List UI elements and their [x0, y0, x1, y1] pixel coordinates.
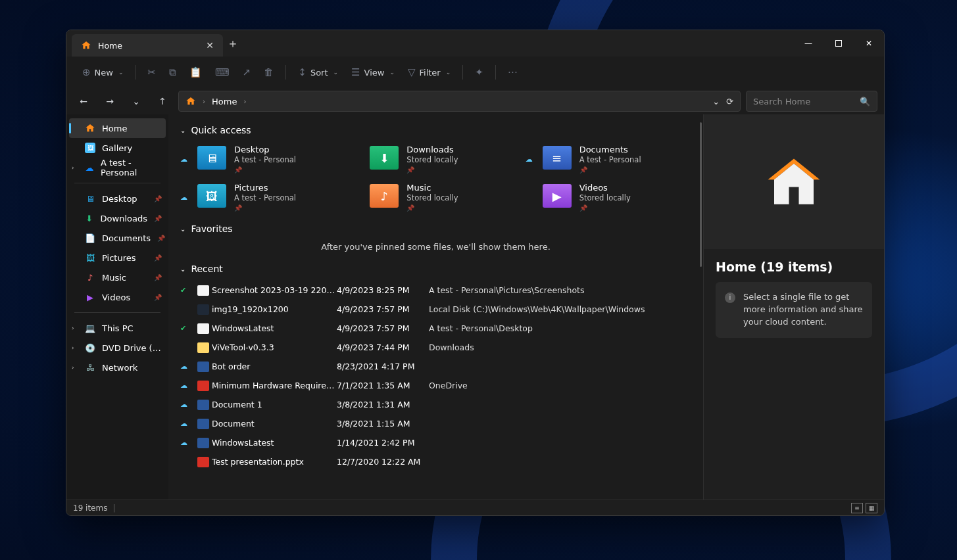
- chevron-right-icon: ›: [203, 98, 205, 105]
- share-button[interactable]: ↗: [237, 61, 257, 83]
- quick-access-item[interactable]: ♪MusicStored locally📌: [353, 180, 518, 214]
- expand-icon[interactable]: ›: [72, 325, 74, 331]
- section-recent[interactable]: ⌄Recent: [180, 264, 691, 274]
- recent-item[interactable]: ☁Minimum Hardware Requirements fo...7/1/…: [180, 376, 691, 395]
- sidebar-item-onedrive[interactable]: › ☁ A test - Personal: [66, 158, 168, 177]
- quick-access-item[interactable]: ☁🖼PicturesA test - Personal📌: [180, 180, 346, 214]
- sidebar-item-pictures[interactable]: 🖼Pictures📌: [66, 248, 168, 268]
- tiles-view-button[interactable]: ▦: [866, 503, 877, 513]
- recent-item[interactable]: ✔WindowsLatest4/9/2023 7:57 PMA test - P…: [180, 319, 691, 338]
- tab-home[interactable]: Home ✕: [72, 34, 223, 57]
- tab-close[interactable]: ✕: [206, 40, 214, 51]
- file-icon: [197, 381, 209, 391]
- pin-icon: 📌: [579, 166, 641, 174]
- file-icon: [197, 419, 209, 429]
- paste-button[interactable]: 📋: [184, 61, 207, 83]
- statusbar: 19 items | ≡ ▦: [66, 500, 884, 515]
- details-view-button[interactable]: ≡: [851, 503, 863, 513]
- delete-button[interactable]: 🗑: [258, 61, 279, 83]
- plus-circle-icon: ⊕: [82, 66, 91, 78]
- recent-item[interactable]: ✔Screenshot 2023-03-19 2200054/9/2023 8:…: [180, 281, 691, 300]
- ai-button[interactable]: ✦: [470, 61, 489, 83]
- body: Home 🖼 Gallery › ☁ A test - Personal 🖥De…: [66, 114, 884, 500]
- quick-access-item[interactable]: ⬇DownloadsStored locally📌: [353, 142, 518, 176]
- quick-access-item[interactable]: ☁🖥DesktopA test - Personal📌: [180, 142, 346, 176]
- folder-icon: 🖥: [197, 146, 226, 170]
- file-name: Minimum Hardware Requirements fo...: [212, 381, 337, 390]
- search-placeholder: Search Home: [753, 97, 810, 106]
- main: ⌄Quick access ☁🖥DesktopA test - Personal…: [168, 114, 884, 500]
- cut-button[interactable]: ✂: [142, 61, 161, 83]
- sidebar-item-videos[interactable]: ▶Videos📌: [66, 287, 168, 307]
- rename-icon: ⌨: [215, 66, 230, 78]
- section-quick-access[interactable]: ⌄Quick access: [180, 125, 691, 135]
- sidebar-item-home[interactable]: Home: [69, 118, 166, 138]
- copy-button[interactable]: ⧉: [164, 61, 182, 83]
- view-button[interactable]: ☰View⌄: [346, 61, 400, 83]
- maximize-button[interactable]: [823, 30, 854, 57]
- sidebar-item-music[interactable]: ♪Music📌: [66, 268, 168, 287]
- details-pane: Home (19 items) i Select a single file t…: [703, 114, 884, 500]
- minimize-button[interactable]: —: [793, 30, 823, 57]
- sidebar-item-thispc[interactable]: ›💻This PC: [66, 318, 168, 338]
- file-icon: [197, 362, 209, 372]
- recent-item[interactable]: ViVeTool-v0.3.34/9/2023 7:44 PMDownloads: [180, 338, 691, 357]
- rename-button[interactable]: ⌨: [210, 61, 235, 83]
- folder-icon: ≡: [543, 146, 572, 170]
- network-icon: 🖧: [85, 362, 95, 373]
- folder-icon: ♪: [370, 184, 399, 208]
- file-name: Test presentation.pptx: [212, 457, 337, 467]
- scrollbar[interactable]: [700, 122, 702, 267]
- file-name: WindowsLatest: [212, 323, 337, 333]
- file-name: WindowsLatest: [212, 438, 337, 448]
- search-box[interactable]: Search Home 🔍: [746, 91, 877, 112]
- quick-access-item[interactable]: ▶VideosStored locally📌: [526, 180, 691, 214]
- recent-item[interactable]: ☁WindowsLatest1/14/2021 2:42 PM: [180, 433, 691, 452]
- sidebar-item-network[interactable]: ›🖧Network: [66, 358, 168, 377]
- nav-row: ← → ⌄ ↑ › Home › ⌄ ⟳ Search Home 🔍: [66, 88, 884, 114]
- quick-access-item[interactable]: ☁≡DocumentsA test - Personal📌: [526, 142, 691, 176]
- file-name: Document 1: [212, 400, 337, 409]
- folder-icon: 🖼: [197, 184, 226, 208]
- file-icon: [197, 323, 209, 334]
- file-date: 12/7/2020 12:22 AM: [337, 457, 429, 467]
- address-bar[interactable]: › Home › ⌄ ⟳: [178, 91, 741, 112]
- sidebar-item-gallery[interactable]: 🖼 Gallery: [66, 138, 168, 158]
- breadcrumb[interactable]: Home: [212, 97, 237, 106]
- sync-status-icon: ☁: [180, 400, 197, 409]
- sidebar-item-downloads[interactable]: ⬇Downloads📌: [66, 208, 168, 228]
- section-favorites[interactable]: ⌄Favorites: [180, 223, 691, 234]
- forward-button[interactable]: →: [99, 91, 120, 112]
- more-button[interactable]: ⋯: [503, 61, 523, 83]
- filter-button[interactable]: ▽Filter⌄: [403, 61, 456, 83]
- back-button[interactable]: ←: [73, 91, 94, 112]
- filter-icon: ▽: [408, 66, 416, 78]
- up-button[interactable]: ↑: [152, 91, 173, 112]
- sort-button[interactable]: ↕Sort⌄: [293, 61, 343, 83]
- recent-item[interactable]: img19_1920x12004/9/2023 7:57 PMLocal Dis…: [180, 300, 691, 319]
- refresh-button[interactable]: ⟳: [726, 97, 733, 106]
- file-date: 8/23/2021 4:17 PM: [337, 362, 429, 371]
- expand-icon[interactable]: ›: [72, 344, 74, 351]
- close-button[interactable]: ✕: [854, 30, 884, 57]
- toolbar: ⊕ New⌄ ✂ ⧉ 📋 ⌨ ↗ 🗑 ↕Sort⌄ ☰View⌄ ▽Filter…: [66, 57, 884, 88]
- expand-icon[interactable]: ›: [72, 364, 74, 371]
- pin-icon: 📌: [154, 274, 162, 281]
- recent-item[interactable]: ☁Document 13/8/2021 1:31 AM: [180, 395, 691, 414]
- recent-locations-button[interactable]: ⌄: [126, 91, 147, 112]
- expand-icon[interactable]: ›: [72, 164, 74, 171]
- recent-item[interactable]: ☁Bot order8/23/2021 4:17 PM: [180, 357, 691, 376]
- chevron-down-icon: ⌄: [180, 266, 185, 273]
- recent-item[interactable]: ☁Document3/8/2021 1:15 AM: [180, 414, 691, 433]
- sidebar-item-dvd[interactable]: ›💿DVD Drive (D:) CCC: [66, 338, 168, 358]
- sidebar-item-documents[interactable]: 📄Documents📌: [66, 228, 168, 248]
- tab-title: Home: [98, 41, 122, 51]
- sidebar-item-desktop[interactable]: 🖥Desktop📌: [66, 189, 168, 208]
- folder-location: Stored locally: [406, 193, 458, 202]
- address-dropdown[interactable]: ⌄: [712, 97, 720, 106]
- new-button[interactable]: ⊕ New⌄: [77, 61, 128, 83]
- new-tab-button[interactable]: ＋: [223, 35, 243, 51]
- desktop-icon: 🖥: [85, 193, 95, 204]
- recent-item[interactable]: Test presentation.pptx12/7/2020 12:22 AM: [180, 452, 691, 471]
- pc-icon: 💻: [85, 323, 95, 333]
